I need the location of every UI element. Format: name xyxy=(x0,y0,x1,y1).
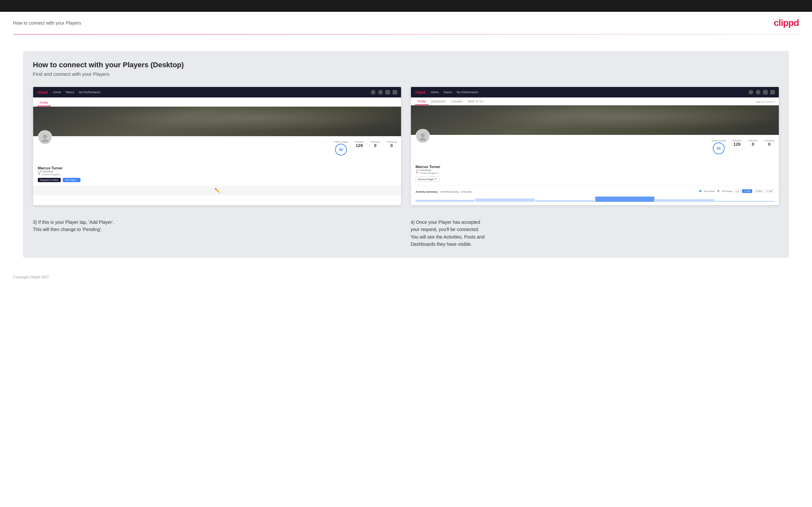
remove-player-button-right[interactable]: Remove Player ✕ xyxy=(415,177,440,182)
nav-teams-left[interactable]: Teams xyxy=(65,91,74,94)
settings-icon-left[interactable] xyxy=(385,90,390,95)
nav-icons-right xyxy=(749,90,775,95)
avatar-left xyxy=(38,130,52,145)
banner-image-left xyxy=(33,107,401,136)
filter-6mths[interactable]: 6 mths xyxy=(742,189,752,193)
stat-following-value-left: 0 xyxy=(387,143,397,148)
user-icon-left[interactable] xyxy=(378,90,383,95)
avatar-right xyxy=(415,129,430,144)
follow-button-left[interactable]: Request to Follow xyxy=(38,178,61,182)
caption-right-text: 4) Once your Player has acceptedyour req… xyxy=(411,220,485,247)
pq-label-right: Player Quality xyxy=(711,139,726,142)
stat-activities-left: Activities 129 xyxy=(355,141,364,156)
breadcrumb: How to connect with your Players xyxy=(13,20,81,25)
stat-followers-left: Followers 0 xyxy=(370,141,380,156)
copyright-text: Copyright Clippd 2022 xyxy=(13,275,49,279)
caption-right: 4) Once your Player has acceptedyour req… xyxy=(411,219,779,248)
activity-title-group: Activity Summary · Monthly Activity · 6 … xyxy=(415,188,472,194)
quality-circle-right: 92 xyxy=(713,143,725,154)
player-quality-right: Player Quality 92 xyxy=(711,139,726,154)
legend-on-course: On course xyxy=(704,190,714,192)
player-name-section-right: Marcus Turner 1-5 Handicap 📍 United King… xyxy=(415,165,774,175)
page-title: How to connect with your Players (Deskto… xyxy=(33,61,779,69)
stat-activities-label-left: Activities xyxy=(355,141,364,143)
location-text-right: United Kingdom xyxy=(419,172,438,175)
activity-subtitle-text: Monthly Activity · 6 Months xyxy=(441,190,472,193)
profile-icon-right[interactable] xyxy=(770,90,775,95)
activity-filters: On course Off course 1 yr 6 mths 3 mths … xyxy=(699,189,774,193)
profile-banner-left xyxy=(33,107,401,136)
tab-profile-left[interactable]: Profile xyxy=(37,100,51,106)
nav-performance-left[interactable]: My Performance xyxy=(79,91,101,94)
screenshot-bottom-left: ✏️ xyxy=(33,185,401,195)
stat-followers-label-left: Followers xyxy=(370,141,380,143)
profile-icon-left[interactable] xyxy=(393,90,397,95)
activity-legend: On course Off course xyxy=(699,190,732,192)
profile-info-left: Player Quality 92 Activities 129 Followe… xyxy=(33,136,401,185)
filter-1mth[interactable]: 1 mth xyxy=(765,189,774,193)
app-logo-right: clippd xyxy=(415,90,425,94)
stat-activities-right: Activities 129 xyxy=(732,139,742,154)
nav-links-left: Home Teams My Performance xyxy=(53,91,371,94)
nav-home-right[interactable]: Home xyxy=(430,91,439,94)
stat-following-right: Following 0 xyxy=(764,139,774,154)
avatar-icon-left xyxy=(39,131,52,144)
tab-activities-right[interactable]: Activities xyxy=(448,99,465,105)
chart-bar-4 xyxy=(595,196,654,202)
stat-activities-value-right: 129 xyxy=(732,142,742,147)
activity-header: Activity Summary · Monthly Activity · 6 … xyxy=(415,188,774,194)
app-navbar-right: clippd Home Teams My Performance xyxy=(411,87,779,98)
screenshot-left: clippd Home Teams My Performance xyxy=(33,87,401,206)
stat-following-value-right: 0 xyxy=(764,142,774,147)
stat-following-label-left: Following xyxy=(387,141,397,143)
profile-stats-right: Player Quality 92 Activities 129 Followe… xyxy=(415,138,774,154)
chart-bar-3 xyxy=(536,200,595,202)
caption-left: 3) If this is your Player tap, 'Add Play… xyxy=(33,219,401,248)
nav-links-right: Home Teams My Performance xyxy=(430,91,749,94)
legend-off-course-dot xyxy=(717,190,719,192)
nav-icons-left xyxy=(371,90,397,95)
add-player-button-left[interactable]: Add Player + xyxy=(63,178,81,182)
svg-point-2 xyxy=(421,133,425,137)
close-icon-remove: ✕ xyxy=(435,178,437,180)
settings-icon-right[interactable] xyxy=(763,90,768,95)
stat-following-left: Following 0 xyxy=(387,141,397,156)
player-location-right: 📍 United Kingdom xyxy=(415,172,774,175)
player-quality-left: Player Quality 92 xyxy=(334,141,348,156)
chart-bar-5 xyxy=(655,199,714,202)
activity-title: Activity Summary xyxy=(415,190,438,193)
screenshots-grid: clippd Home Teams My Performance xyxy=(33,87,779,206)
stat-activities-value-left: 129 xyxy=(355,143,364,148)
player-name-left: Marcus Turner xyxy=(38,166,397,170)
filter-3mths[interactable]: 3 mths xyxy=(754,189,764,193)
stat-activities-label-right: Activities xyxy=(732,139,742,142)
search-icon-right[interactable] xyxy=(749,90,753,95)
username-dropdown-right[interactable]: Marcus Turner ▾ xyxy=(756,100,775,104)
caption-left-text: 3) If this is your Player tap, 'Add Play… xyxy=(33,220,114,232)
filter-1yr[interactable]: 1 yr xyxy=(734,189,741,193)
quality-value-left: 92 xyxy=(339,148,343,152)
nav-teams-right[interactable]: Teams xyxy=(443,91,452,94)
svg-point-3 xyxy=(419,138,426,141)
location-pin-icon-left: 📍 xyxy=(38,173,41,176)
tab-dashboard-right[interactable]: Dashboard xyxy=(429,99,448,105)
page-subtitle: Find and connect with your Players xyxy=(33,71,779,77)
content-wrapper: How to connect with your Players (Deskto… xyxy=(23,51,789,258)
pencil-icon-left: ✏️ xyxy=(214,188,220,193)
logo: clippd xyxy=(774,18,799,28)
quality-value-right: 92 xyxy=(717,146,721,150)
quality-circle-left: 92 xyxy=(335,144,347,156)
tabs-left-right: Profile Dashboard Activities What To On xyxy=(415,99,486,105)
banner-image-right xyxy=(411,105,779,135)
player-location-left: 📍 United Kingdom xyxy=(38,173,397,176)
user-icon-right[interactable] xyxy=(756,90,760,95)
chart-bar-6 xyxy=(715,201,774,202)
stat-followers-value-left: 0 xyxy=(370,143,380,148)
nav-home-left[interactable]: Home xyxy=(53,91,61,94)
screenshot-right: clippd Home Teams My Performance xyxy=(411,87,779,206)
top-bar xyxy=(0,0,812,12)
tab-profile-right[interactable]: Profile xyxy=(415,99,429,105)
tab-what-to-on-right[interactable]: What To On xyxy=(465,99,486,105)
nav-performance-right[interactable]: My Performance xyxy=(457,91,478,94)
search-icon-left[interactable] xyxy=(371,90,375,95)
